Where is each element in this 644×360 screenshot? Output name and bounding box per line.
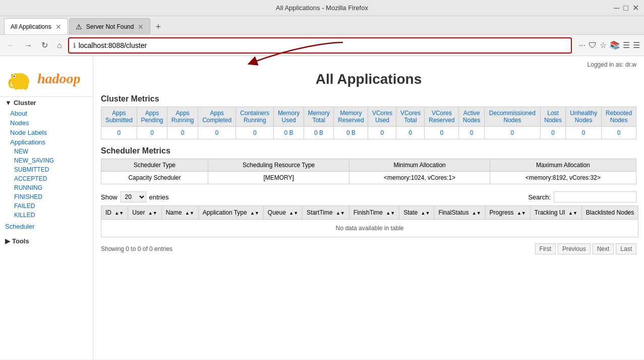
entries-label: entries [149,193,169,201]
sidebar-item-scheduler[interactable]: Scheduler [5,223,35,230]
col-lost-nodes[interactable]: LostNodes [540,107,565,127]
sidebar-item-new-saving[interactable]: NEW_SAVING [12,156,93,165]
entries-select[interactable]: 20 50 100 [121,191,146,202]
sidebar-item-applications[interactable]: Applications [8,137,93,147]
logged-in-bar: Logged in as: dr.w [101,61,636,68]
col-id[interactable]: ID ▲▼ [101,206,128,220]
col-queue[interactable]: Queue ▲▼ [263,206,302,220]
col-vcores-reserved[interactable]: VCoresReserved [425,107,459,127]
sort-arrows-queue: ▲▼ [289,211,298,216]
forward-button[interactable]: → [21,39,35,52]
main-content: Logged in as: dr.w All Applications Clus… [93,56,644,359]
sidebar-item-node-labels[interactable]: Node Labels [8,128,93,137]
col-unhealthy-nodes[interactable]: UnhealthyNodes [566,107,602,127]
bookmark-icon[interactable]: ☆ [600,40,607,50]
close-button[interactable]: ✕ [632,3,639,13]
sidebar-item-about[interactable]: About [8,109,93,118]
col-state[interactable]: State ▲▼ [399,206,434,220]
sidebar-item-finished[interactable]: FINISHED [12,192,93,201]
sort-arrows-id: ▲▼ [114,211,124,216]
search-input[interactable] [554,191,636,202]
tab-server-not-found[interactable]: ⚠ Server Not Found ✕ [69,18,151,34]
col-name[interactable]: Name ▲▼ [161,206,198,220]
sort-arrows-user: ▲▼ [148,211,157,216]
col-active-nodes[interactable]: ActiveNodes [459,107,484,127]
sidebar-item-killed[interactable]: KILLED [12,211,93,220]
hadoop-logo: hadoop [5,66,88,91]
col-memory-reserved[interactable]: MemoryReserved [334,107,368,127]
col-containers-running[interactable]: ContainersRunning [236,107,274,127]
col-starttime[interactable]: StartTime ▲▼ [303,206,349,220]
sidebar-item-submitted[interactable]: SUBMITTED [12,165,93,174]
sidebar-item-running[interactable]: RUNNING [12,183,93,192]
val-memory-reserved: 0 B [334,127,368,139]
col-apps-submitted[interactable]: AppsSubmitted [101,107,137,127]
browser-toolbar: ← → ↻ ⌂ ℹ ··· 🛡 ☆ 📚 ☰ ☰ [0,35,644,56]
sort-arrows-name: ▲▼ [185,211,194,216]
col-decommissioned-nodes[interactable]: DecommissionedNodes [484,107,540,127]
col-user[interactable]: User ▲▼ [128,206,162,220]
window-controls[interactable]: ─ □ ✕ [614,3,639,13]
val-active-nodes: 0 [459,127,484,139]
shield-icon[interactable]: 🛡 [589,41,597,50]
col-rebooted-nodes[interactable]: RebootedNodes [602,107,636,127]
table-controls: Show 20 50 100 entries Search: [101,191,636,202]
sidebar-item-new[interactable]: NEW [12,147,93,156]
toolbar-right: ··· 🛡 ☆ 📚 ☰ ☰ [579,40,640,50]
tab-close-button[interactable]: ✕ [55,23,62,31]
col-vcores-total[interactable]: VCoresTotal [396,107,425,127]
sidebar-item-failed[interactable]: FAILED [12,201,93,211]
sidebar-sub-nav-list: NEW NEW_SAVING SUBMITTED ACCEPTED RUNNIN… [0,147,93,220]
tab-label: Server Not Found [86,23,134,30]
first-page-button[interactable]: First [535,243,556,254]
col-apps-running[interactable]: AppsRunning [167,107,198,127]
col-finishtime[interactable]: FinishTime ▲▼ [349,206,399,220]
home-button[interactable]: ⌂ [54,39,65,52]
tools-arrow-icon: ▶ [5,237,10,245]
col-memory-used[interactable]: MemoryUsed [274,107,304,127]
col-vcores-used[interactable]: VCoresUsed [368,107,396,127]
sidebar-tools-header[interactable]: ▶ Tools [0,233,93,247]
reader-icon[interactable]: ☰ [623,40,630,50]
info-icon: ℹ [73,41,76,49]
tab-close-button[interactable]: ✕ [138,23,144,31]
col-blacklisted-nodes[interactable]: Blacklisted Nodes [581,206,638,220]
col-finalstatus[interactable]: FinalStatus ▲▼ [434,206,485,220]
sidebar-item-accepted[interactable]: ACCEPTED [12,174,93,183]
previous-page-button[interactable]: Previous [558,243,591,254]
maximize-button[interactable]: □ [623,4,628,13]
sort-arrows-finish: ▲▼ [386,211,395,216]
tab-all-applications[interactable]: All Applications ✕ [4,18,68,34]
col-memory-total[interactable]: MemoryTotal [304,107,334,127]
next-page-button[interactable]: Next [593,243,614,254]
menu-dots-icon[interactable]: ··· [579,41,586,50]
col-apps-completed[interactable]: AppsCompleted [198,107,236,127]
pagination-buttons: First Previous Next Last [535,243,636,254]
col-progress[interactable]: Progress ▲▼ [485,206,530,220]
refresh-button[interactable]: ↻ [38,38,51,52]
val-vcores-reserved: 0 [425,127,459,139]
col-tracking-ui[interactable]: Tracking UI ▲▼ [530,206,581,220]
browser-titlebar: All Applications - Mozilla Firefox ─ □ ✕ [0,0,644,16]
val-apps-submitted: 0 [101,127,137,139]
sidebar-item-nodes[interactable]: Nodes [8,118,93,128]
back-button[interactable]: ← [4,39,18,52]
sidebar-icon[interactable]: ☰ [633,40,640,50]
col-application-type[interactable]: Application Type ▲▼ [198,206,263,220]
sort-arrows-progress: ▲▼ [517,211,526,216]
col-scheduling-resource-type: Scheduling Resource Type [208,159,349,172]
val-scheduler-type: Capacity Scheduler [101,172,208,184]
val-apps-completed: 0 [198,127,236,139]
val-memory-used: 0 B [274,127,304,139]
minimize-button[interactable]: ─ [614,4,619,13]
new-tab-button[interactable]: + [151,20,165,34]
col-apps-pending[interactable]: AppsPending [137,107,167,127]
address-bar-input[interactable] [79,41,567,49]
sort-arrows-start: ▲▼ [336,211,345,216]
search-label-text: Search: [528,193,551,201]
library-icon[interactable]: 📚 [610,40,620,50]
svg-point-3 [14,76,15,77]
sidebar-cluster-header[interactable]: ▼ Cluster [0,97,93,109]
last-page-button[interactable]: Last [616,243,636,254]
val-vcores-used: 0 [368,127,396,139]
